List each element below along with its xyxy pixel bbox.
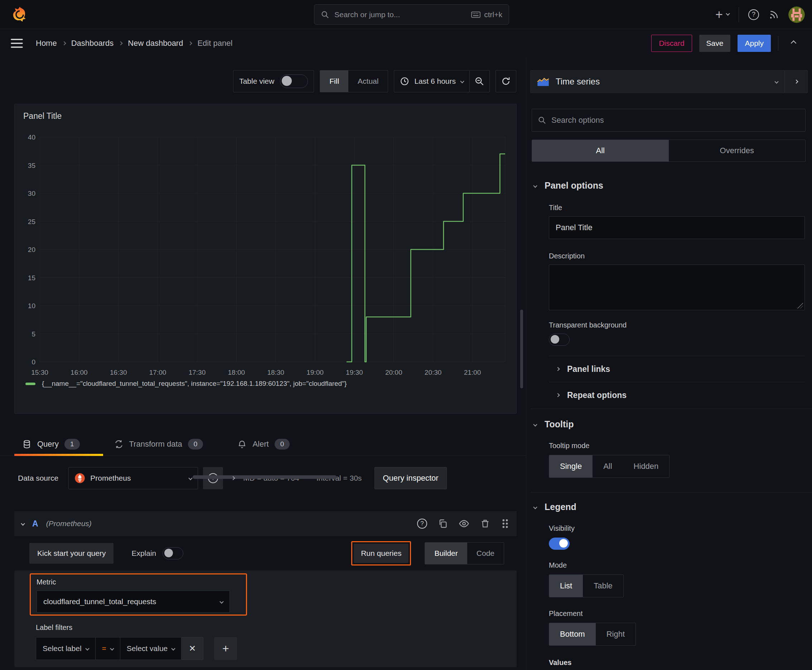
- news-icon[interactable]: [768, 9, 779, 20]
- select-value-dropdown[interactable]: Select value: [120, 638, 181, 660]
- tab-query[interactable]: Query 1: [22, 432, 80, 456]
- save-button[interactable]: Save: [699, 35, 731, 52]
- placement-bottom-option[interactable]: Bottom: [549, 623, 596, 645]
- search-options-input[interactable]: Search options: [532, 109, 805, 132]
- vertical-scrollbar[interactable]: [520, 310, 523, 388]
- tab-transform-data[interactable]: Transform data 0: [114, 432, 203, 456]
- global-search-input[interactable]: Search or jump to... ctrl+k: [314, 4, 509, 25]
- tooltip-mode-switch: Single All Hidden: [549, 455, 670, 478]
- remove-filter-button[interactable]: ✕: [181, 638, 203, 660]
- timeseries-chart[interactable]: 15:3016:0016:3017:0017:3018:0018:3019:00…: [21, 132, 508, 381]
- query-help-icon[interactable]: ?: [417, 519, 427, 529]
- active-tab-indicator: [14, 454, 103, 456]
- svg-text:20:00: 20:00: [385, 369, 402, 376]
- repeat-options-label: Repeat options: [567, 391, 627, 400]
- panel-edit-left: Table view Fill Actual Last 6 hours: [0, 57, 526, 670]
- placement-right-option[interactable]: Right: [596, 623, 636, 645]
- table-view-toggle[interactable]: [280, 74, 308, 88]
- query-ref-id[interactable]: A: [32, 519, 38, 529]
- panel-links-section[interactable]: Panel links: [556, 356, 812, 382]
- metric-highlight: Metric cloudflared_tunnel_total_requests: [30, 574, 247, 616]
- label-filter: Select label = Select value ✕: [36, 637, 203, 660]
- metric-select[interactable]: cloudflared_tunnel_total_requests: [37, 590, 230, 613]
- fill-option[interactable]: Fill: [320, 71, 348, 92]
- toggle-viz-picker-button[interactable]: [785, 71, 807, 93]
- add-filter-button[interactable]: +: [214, 637, 237, 660]
- help-icon[interactable]: ?: [748, 9, 759, 20]
- refresh-button[interactable]: [495, 70, 516, 92]
- svg-text:17:30: 17:30: [189, 369, 206, 376]
- description-textarea[interactable]: [549, 264, 805, 310]
- chevron-right-icon: [794, 80, 798, 83]
- mode-list-option[interactable]: List: [549, 575, 583, 597]
- clock-icon: [400, 76, 409, 86]
- actual-option[interactable]: Actual: [348, 71, 388, 92]
- legend-header[interactable]: Legend: [534, 502, 812, 512]
- breadcrumb-new-dashboard[interactable]: New dashboard: [128, 39, 183, 48]
- visualization-select[interactable]: Time series: [531, 71, 785, 93]
- time-range-picker[interactable]: Last 6 hours: [394, 70, 470, 92]
- legend-visibility-toggle[interactable]: [549, 538, 570, 550]
- duplicate-query-icon[interactable]: [438, 519, 448, 529]
- svg-text:10: 10: [28, 302, 36, 310]
- panel-options-sidebar: Time series Search options All Overrides: [526, 57, 812, 670]
- query-row-header[interactable]: A (Prometheus) ?: [14, 511, 517, 536]
- tab-alert-label: Alert: [253, 440, 268, 449]
- select-label-dropdown[interactable]: Select label: [36, 638, 96, 660]
- svg-text:19:30: 19:30: [346, 369, 363, 376]
- drag-handle-icon[interactable]: [501, 519, 509, 529]
- legend-title: Legend: [544, 502, 576, 512]
- chevron-down-icon: [171, 646, 175, 650]
- query-editor-card: Metric cloudflared_tunnel_total_requests…: [14, 570, 517, 667]
- transform-icon: [114, 440, 124, 449]
- add-new-button[interactable]: +: [715, 7, 729, 22]
- label-filters-label: Label filters: [36, 623, 72, 632]
- tab-overrides[interactable]: Overrides: [669, 140, 805, 161]
- collapse-pane-button[interactable]: [785, 36, 801, 51]
- tooltip-single-option[interactable]: Single: [549, 455, 593, 477]
- operator-dropdown[interactable]: =: [96, 638, 120, 660]
- remove-query-icon[interactable]: [480, 519, 490, 529]
- code-option[interactable]: Code: [467, 543, 504, 564]
- panel-options-header[interactable]: Panel options: [534, 180, 812, 191]
- discard-button[interactable]: Discard: [651, 35, 692, 52]
- breadcrumb-dashboards[interactable]: Dashboards: [71, 39, 114, 48]
- run-queries-button[interactable]: Run queries: [354, 544, 409, 563]
- panel-options-title: Panel options: [544, 180, 603, 191]
- kick-start-query-button[interactable]: Kick start your query: [29, 543, 114, 564]
- section-divider: [530, 492, 812, 492]
- tooltip-all-option[interactable]: All: [593, 455, 622, 477]
- chevron-down-icon: [533, 505, 537, 509]
- tab-alert[interactable]: Alert 0: [237, 432, 290, 456]
- breadcrumb-separator-icon: [119, 41, 123, 45]
- horizontal-scrollbar[interactable]: [193, 475, 337, 479]
- chevron-right-icon: [556, 367, 559, 371]
- query-inspector-button[interactable]: Query inspector: [375, 467, 446, 489]
- user-avatar[interactable]: [788, 7, 805, 23]
- zoom-out-button[interactable]: [470, 70, 490, 92]
- tooltip-hidden-option[interactable]: Hidden: [623, 455, 670, 477]
- tooltip-header[interactable]: Tooltip: [534, 419, 812, 430]
- mode-table-option[interactable]: Table: [583, 575, 623, 597]
- repeat-options-section[interactable]: Repeat options: [556, 382, 812, 408]
- explain-toggle[interactable]: [163, 547, 183, 559]
- collapse-query-icon[interactable]: [21, 521, 25, 525]
- grafana-logo-icon[interactable]: [12, 6, 28, 22]
- legend-mode-switch: List Table: [549, 574, 624, 597]
- query-row-actions: ?: [417, 518, 509, 529]
- builder-option[interactable]: Builder: [425, 543, 467, 564]
- resize-handle[interactable]: [797, 303, 803, 308]
- legend-series-label: {__name__="cloudflared_tunnel_total_requ…: [42, 380, 347, 387]
- panel-title: Panel Title: [15, 104, 516, 121]
- breadcrumb-separator-icon: [62, 41, 66, 45]
- svg-text:21:00: 21:00: [464, 369, 481, 376]
- transparent-background-toggle[interactable]: [549, 333, 570, 346]
- tab-all[interactable]: All: [532, 140, 669, 161]
- apply-button[interactable]: Apply: [737, 35, 771, 52]
- panel-title-input[interactable]: Panel Title: [549, 216, 805, 239]
- breadcrumb-home[interactable]: Home: [36, 39, 57, 48]
- menu-toggle-icon[interactable]: [11, 38, 23, 48]
- datasource-picker[interactable]: Prometheus: [68, 467, 198, 489]
- hide-response-icon[interactable]: [459, 518, 470, 529]
- legend-item[interactable]: {__name__="cloudflared_tunnel_total_requ…: [25, 380, 347, 387]
